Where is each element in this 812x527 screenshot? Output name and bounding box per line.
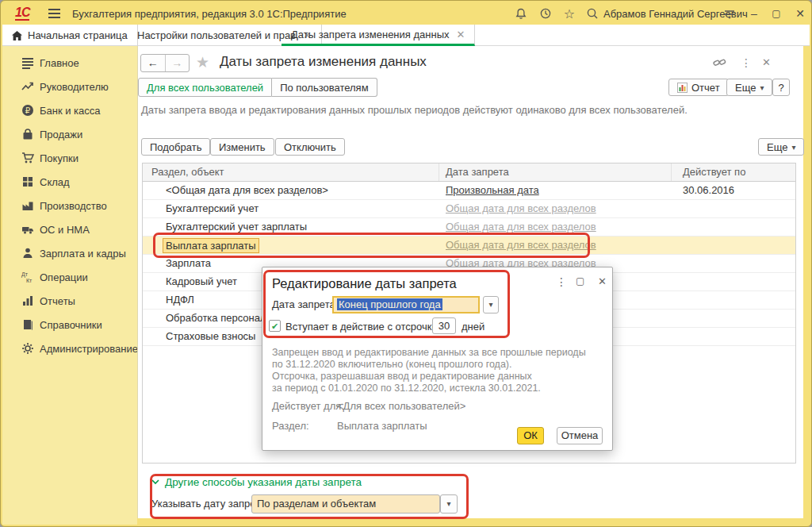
- column-header[interactable]: Раздел, объект: [143, 163, 439, 181]
- specify-date-combo[interactable]: По разделам и объектам: [251, 494, 440, 514]
- view-toggle: Для всех пользователей По пользователям: [138, 78, 377, 97]
- titlebar-settings-icon[interactable]: [722, 7, 737, 21]
- nav-history-group: ← →: [140, 54, 190, 72]
- section-label: Раздел:: [272, 420, 309, 432]
- date-link[interactable]: Общая дата для всех разделов: [446, 221, 596, 233]
- sidebar-item-warehouse[interactable]: Склад: [2, 171, 137, 193]
- cart-icon: [21, 152, 34, 164]
- sidebar-item-production[interactable]: Производство: [2, 194, 137, 217]
- maximize-button[interactable]: ▢: [768, 6, 784, 21]
- dialog-maximize-icon[interactable]: ▢: [576, 275, 584, 287]
- deferral-checkbox[interactable]: ✔: [269, 320, 281, 332]
- date-link[interactable]: Общая дата для всех разделов: [446, 202, 596, 214]
- svg-text:₽: ₽: [25, 106, 31, 115]
- table-more-button[interactable]: Еще▾: [758, 138, 804, 156]
- edit-button[interactable]: Изменить: [210, 138, 274, 156]
- gear-icon: [21, 342, 34, 355]
- table-row-selected[interactable]: Выплата зарплаты Общая дата для всех раз…: [143, 237, 795, 255]
- add-favorite-star-icon[interactable]: ★: [196, 53, 209, 71]
- 1c-logo: 1С: [15, 6, 29, 21]
- trend-icon: [21, 80, 34, 93]
- report-chart-icon: [677, 83, 688, 93]
- main-menu-icon[interactable]: [48, 9, 60, 18]
- edit-restriction-date-dialog: Редактирование даты запрета ⋮ ▢ ✕ Дата з…: [262, 267, 613, 451]
- history-icon[interactable]: [538, 7, 553, 21]
- date-link[interactable]: Произвольная дата: [446, 184, 539, 196]
- tab-bar: Начальная страница Настройки пользовател…: [2, 25, 810, 46]
- sidebar-item-directories[interactable]: Справочники: [2, 314, 137, 336]
- date-link[interactable]: Общая дата для всех разделов: [446, 239, 596, 251]
- table-row[interactable]: <Общая дата для всех разделов> Произволь…: [143, 182, 795, 200]
- minimize-button[interactable]: –: [746, 6, 762, 21]
- notifications-bell-icon[interactable]: [514, 7, 528, 21]
- header-more-button[interactable]: Еще▾: [726, 79, 772, 96]
- favorites-star-icon[interactable]: ☆: [562, 7, 576, 21]
- sidebar-item-operations[interactable]: ДтКт Операции: [2, 266, 137, 288]
- applies-to-value: <Для всех пользователей>: [337, 400, 465, 412]
- date-restriction-combo[interactable]: Конец прошлого года: [332, 296, 480, 314]
- sidebar: Главное Руководителю ₽ Банк и касса Прод…: [2, 46, 137, 525]
- chevron-down-icon: [151, 479, 159, 485]
- dialog-info-text: Запрещен ввод и редактирование данных за…: [272, 347, 586, 394]
- form-description: Даты запрета ввода и редактирования данн…: [141, 104, 688, 116]
- get-link-icon[interactable]: [713, 57, 726, 71]
- chevron-down-icon: ▾: [791, 143, 795, 152]
- disable-button[interactable]: Отключить: [275, 138, 345, 156]
- ok-button[interactable]: ОК: [517, 427, 544, 444]
- svg-text:Дт: Дт: [21, 271, 29, 278]
- sidebar-item-sales[interactable]: Продажи: [2, 123, 137, 145]
- tab-label: Настройки пользователей и прав: [137, 29, 296, 41]
- tab-label: Начальная страница: [28, 29, 128, 41]
- deferral-suffix: дней: [462, 321, 485, 333]
- deferral-label: Вступает в действие с отсрочкой в: [285, 321, 452, 333]
- table-row[interactable]: Бухгалтерский учет Общая дата для всех р…: [143, 200, 795, 218]
- specify-date-dropdown-button[interactable]: ▾: [440, 494, 458, 514]
- sidebar-item-fixed-assets[interactable]: ОС и НМА: [2, 218, 137, 240]
- tab-close-icon[interactable]: ✕: [456, 29, 465, 40]
- sidebar-item-reports[interactable]: Отчеты: [2, 290, 137, 312]
- person-icon: [21, 247, 34, 260]
- help-button[interactable]: ?: [772, 79, 790, 96]
- form-more-dots-icon[interactable]: ⋮: [741, 56, 752, 69]
- applies-to-label: Действует для:: [272, 400, 344, 412]
- sidebar-item-payroll-hr[interactable]: Зарплата и кадры: [2, 242, 137, 264]
- other-ways-header[interactable]: Другие способы указания даты запрета: [151, 476, 362, 488]
- column-header[interactable]: Дата запрета: [439, 163, 672, 181]
- dialog-more-dots-icon[interactable]: ⋮: [556, 275, 567, 288]
- focused-cell[interactable]: Выплата зарплаты: [163, 238, 259, 253]
- toggle-all-users[interactable]: Для всех пользователей: [138, 78, 272, 97]
- pick-button[interactable]: Подобрать: [141, 138, 210, 156]
- dialog-close-icon[interactable]: ✕: [598, 275, 607, 287]
- search-icon[interactable]: [585, 7, 599, 21]
- dialog-title: Редактирование даты запрета: [272, 276, 457, 291]
- date-dropdown-button[interactable]: ▾: [483, 296, 499, 314]
- cancel-button[interactable]: Отмена: [557, 427, 603, 444]
- sidebar-item-purchases[interactable]: Покупки: [2, 147, 137, 169]
- close-window-button[interactable]: ✕: [792, 6, 808, 21]
- ruble-icon: ₽: [21, 104, 34, 117]
- grid-icon: [21, 175, 34, 188]
- sidebar-item-bank-cash[interactable]: ₽ Банк и касса: [2, 99, 137, 121]
- sidebar-item-administration[interactable]: Администрирование: [2, 337, 137, 360]
- deferral-days-input[interactable]: 30: [432, 317, 456, 334]
- sidebar-item-manager[interactable]: Руководителю: [2, 75, 137, 98]
- date-restriction-label: Дата запрета:: [272, 298, 338, 310]
- chevron-down-icon: ▾: [760, 83, 764, 92]
- tab-home[interactable]: Начальная страница: [2, 25, 138, 46]
- dtkt-icon: ДтКт: [21, 271, 34, 283]
- book-icon: [21, 318, 34, 331]
- table-row[interactable]: Бухгалтерский учет зарплаты Общая дата д…: [143, 218, 795, 237]
- bar-chart-icon: [21, 294, 34, 307]
- toggle-by-users[interactable]: По пользователям: [272, 78, 377, 97]
- table-header-row: Раздел, объект Дата запрета Действует по: [143, 163, 795, 182]
- back-button[interactable]: ←: [141, 55, 166, 71]
- sidebar-item-main[interactable]: Главное: [2, 52, 137, 74]
- page-title: Даты запрета изменения данных: [220, 54, 427, 70]
- report-button[interactable]: Отчет: [668, 79, 729, 96]
- forward-button[interactable]: →: [166, 55, 190, 71]
- section-value: Выплата зарплаты: [337, 420, 427, 432]
- form-close-icon[interactable]: ✕: [762, 56, 771, 68]
- column-header[interactable]: Действует по: [672, 163, 795, 181]
- app-window: 1С Бухгалтерия предприятия, редакция 3.0…: [0, 0, 812, 527]
- tab-restriction-dates[interactable]: Даты запрета изменения данных ✕: [282, 25, 475, 46]
